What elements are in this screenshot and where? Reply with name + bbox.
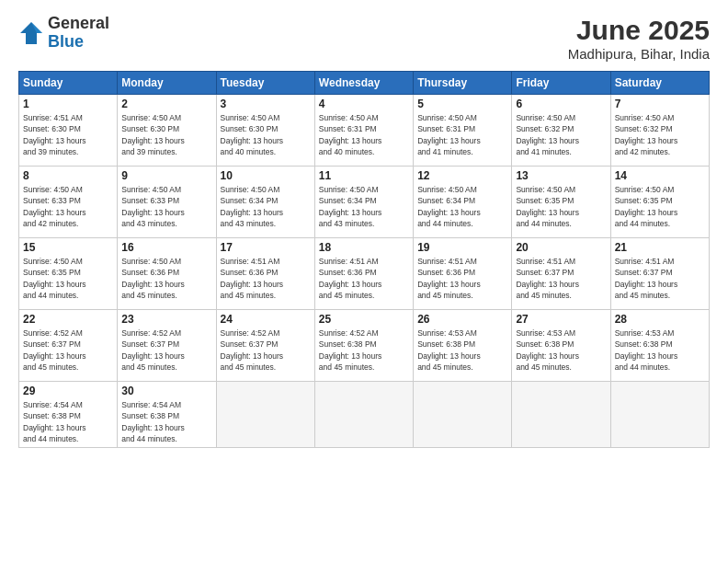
day-number: 22 [23,313,113,326]
col-wednesday: Wednesday [314,72,413,95]
day-info: Sunrise: 4:53 AMSunset: 6:38 PMDaylight:… [417,327,507,373]
calendar-week-row: 29Sunrise: 4:54 AMSunset: 6:38 PMDayligh… [19,382,710,448]
day-info: Sunrise: 4:50 AMSunset: 6:30 PMDaylight:… [221,112,311,157]
day-info: Sunrise: 4:50 AMSunset: 6:35 PMDaylight:… [516,184,606,229]
col-tuesday: Tuesday [216,72,314,95]
table-row: 25Sunrise: 4:52 AMSunset: 6:38 PMDayligh… [314,310,413,382]
day-info: Sunrise: 4:50 AMSunset: 6:31 PMDaylight:… [319,112,409,157]
day-number: 1 [23,98,113,110]
col-friday: Friday [512,72,610,95]
table-row [512,382,610,448]
table-row: 21Sunrise: 4:51 AMSunset: 6:37 PMDayligh… [610,238,709,310]
day-number: 25 [319,313,409,326]
day-info: Sunrise: 4:50 AMSunset: 6:35 PMDaylight:… [23,256,113,301]
table-row: 30Sunrise: 4:54 AMSunset: 6:38 PMDayligh… [118,382,216,448]
page: General Blue June 2025 Madhipura, Bihar,… [0,0,728,563]
day-number: 29 [23,385,113,397]
table-row: 20Sunrise: 4:51 AMSunset: 6:37 PMDayligh… [512,238,610,310]
table-row: 1Sunrise: 4:51 AMSunset: 6:30 PMDaylight… [19,95,118,167]
table-row: 8Sunrise: 4:50 AMSunset: 6:33 PMDaylight… [19,167,118,238]
day-number: 17 [221,241,311,254]
day-info: Sunrise: 4:50 AMSunset: 6:33 PMDaylight:… [121,184,211,229]
month-title: June 2025 [568,15,710,46]
day-number: 5 [417,98,507,110]
table-row: 24Sunrise: 4:52 AMSunset: 6:37 PMDayligh… [216,310,314,382]
day-number: 28 [615,313,705,326]
day-info: Sunrise: 4:50 AMSunset: 6:34 PMDaylight:… [221,184,311,229]
table-row: 11Sunrise: 4:50 AMSunset: 6:34 PMDayligh… [314,167,413,238]
calendar-week-row: 1Sunrise: 4:51 AMSunset: 6:30 PMDaylight… [19,95,710,167]
day-number: 11 [319,169,409,182]
table-row: 13Sunrise: 4:50 AMSunset: 6:35 PMDayligh… [512,167,610,238]
col-monday: Monday [118,72,216,95]
day-info: Sunrise: 4:51 AMSunset: 6:37 PMDaylight:… [615,256,705,301]
day-number: 6 [516,98,606,110]
day-info: Sunrise: 4:50 AMSunset: 6:36 PMDaylight:… [121,256,211,301]
table-row: 16Sunrise: 4:50 AMSunset: 6:36 PMDayligh… [118,238,216,310]
day-info: Sunrise: 4:50 AMSunset: 6:32 PMDaylight:… [516,112,606,157]
table-row [414,382,512,448]
day-info: Sunrise: 4:52 AMSunset: 6:37 PMDaylight:… [23,327,113,373]
location: Madhipura, Bihar, India [568,46,710,62]
day-number: 18 [319,241,409,254]
table-row: 9Sunrise: 4:50 AMSunset: 6:33 PMDaylight… [118,167,216,238]
table-row: 10Sunrise: 4:50 AMSunset: 6:34 PMDayligh… [216,167,314,238]
day-number: 14 [615,169,705,182]
day-info: Sunrise: 4:52 AMSunset: 6:38 PMDaylight:… [319,327,409,373]
day-number: 21 [615,241,705,254]
table-row [314,382,413,448]
calendar-header-row: Sunday Monday Tuesday Wednesday Thursday… [19,72,710,95]
day-number: 4 [319,98,409,110]
calendar-week-row: 8Sunrise: 4:50 AMSunset: 6:33 PMDaylight… [19,167,710,238]
day-info: Sunrise: 4:50 AMSunset: 6:31 PMDaylight:… [417,112,507,157]
day-number: 10 [221,169,311,182]
day-number: 3 [221,98,311,110]
table-row: 26Sunrise: 4:53 AMSunset: 6:38 PMDayligh… [414,310,512,382]
day-number: 16 [121,241,211,254]
day-number: 15 [23,241,113,254]
table-row: 5Sunrise: 4:50 AMSunset: 6:31 PMDaylight… [414,95,512,167]
table-row: 28Sunrise: 4:53 AMSunset: 6:38 PMDayligh… [610,310,709,382]
logo-icon [18,20,44,46]
logo: General Blue [18,15,109,52]
table-row: 3Sunrise: 4:50 AMSunset: 6:30 PMDaylight… [216,95,314,167]
day-number: 24 [221,313,311,326]
col-saturday: Saturday [610,72,709,95]
title-block: June 2025 Madhipura, Bihar, India [568,15,710,62]
logo-text: General Blue [48,15,109,52]
day-info: Sunrise: 4:50 AMSunset: 6:34 PMDaylight:… [417,184,507,229]
table-row [216,382,314,448]
table-row: 23Sunrise: 4:52 AMSunset: 6:37 PMDayligh… [118,310,216,382]
day-number: 7 [615,98,705,110]
day-number: 30 [121,385,211,397]
day-number: 27 [516,313,606,326]
table-row: 19Sunrise: 4:51 AMSunset: 6:36 PMDayligh… [414,238,512,310]
day-number: 19 [417,241,507,254]
table-row: 2Sunrise: 4:50 AMSunset: 6:30 PMDaylight… [118,95,216,167]
day-info: Sunrise: 4:51 AMSunset: 6:36 PMDaylight:… [417,256,507,301]
table-row: 4Sunrise: 4:50 AMSunset: 6:31 PMDaylight… [314,95,413,167]
table-row: 29Sunrise: 4:54 AMSunset: 6:38 PMDayligh… [19,382,118,448]
calendar-table: Sunday Monday Tuesday Wednesday Thursday… [18,71,710,448]
day-info: Sunrise: 4:53 AMSunset: 6:38 PMDaylight:… [516,327,606,373]
day-number: 9 [121,169,211,182]
day-number: 2 [121,98,211,110]
header: General Blue June 2025 Madhipura, Bihar,… [18,15,710,62]
day-info: Sunrise: 4:50 AMSunset: 6:34 PMDaylight:… [319,184,409,229]
table-row [610,382,709,448]
table-row: 6Sunrise: 4:50 AMSunset: 6:32 PMDaylight… [512,95,610,167]
day-info: Sunrise: 4:52 AMSunset: 6:37 PMDaylight:… [121,327,211,373]
day-info: Sunrise: 4:51 AMSunset: 6:36 PMDaylight:… [221,256,311,301]
day-number: 23 [121,313,211,326]
day-info: Sunrise: 4:52 AMSunset: 6:37 PMDaylight:… [221,327,311,373]
col-thursday: Thursday [414,72,512,95]
day-info: Sunrise: 4:54 AMSunset: 6:38 PMDaylight:… [23,399,113,444]
logo-general-text: General [48,15,109,33]
table-row: 22Sunrise: 4:52 AMSunset: 6:37 PMDayligh… [19,310,118,382]
table-row: 15Sunrise: 4:50 AMSunset: 6:35 PMDayligh… [19,238,118,310]
day-info: Sunrise: 4:50 AMSunset: 6:35 PMDaylight:… [615,184,705,229]
day-info: Sunrise: 4:50 AMSunset: 6:30 PMDaylight:… [121,112,211,157]
table-row: 7Sunrise: 4:50 AMSunset: 6:32 PMDaylight… [610,95,709,167]
day-number: 12 [417,169,507,182]
day-number: 13 [516,169,606,182]
